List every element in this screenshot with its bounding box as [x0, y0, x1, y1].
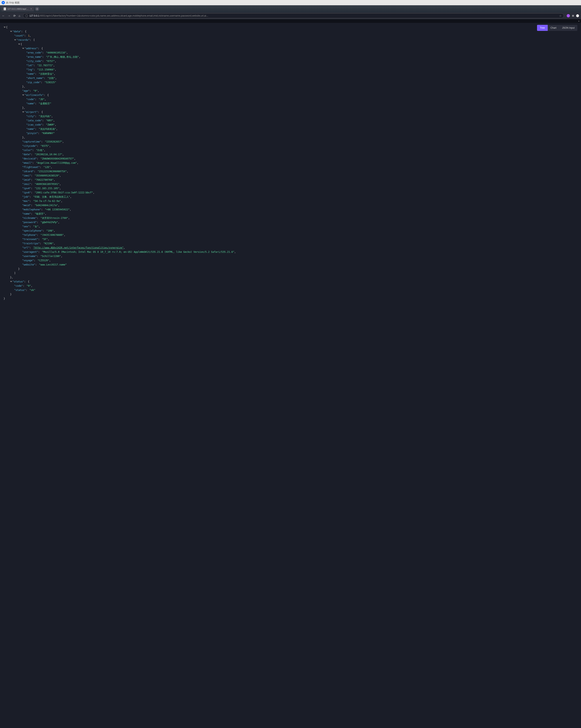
json-row[interactable]: "ipv6": "2001:cafe:3f86:5b1f:cca:3a0f:12…: [4, 190, 577, 195]
collapse-icon[interactable]: [22, 95, 24, 96]
home-icon[interactable]: ⌂: [19, 14, 20, 17]
json-row[interactable]: "date": "20190216,10:04:17",: [4, 152, 577, 157]
json-row[interactable]: "mac": "54-7a-cf-7a-62-9a",: [4, 199, 577, 203]
page-content: Tree Chart JSON Input { "data": { "count…: [0, 23, 581, 307]
bookmark-bar: »: [0, 19, 581, 23]
json-row[interactable]: "color": "白色",: [4, 148, 577, 152]
titlebar-text: 由 Xnip 截图: [6, 1, 20, 4]
json-row[interactable]: "website": "www.Levi0217.name": [4, 263, 577, 267]
json-row[interactable]: },: [4, 276, 577, 280]
reload-icon[interactable]: ⟳: [13, 14, 16, 17]
json-row[interactable]: "status": {: [4, 280, 577, 284]
json-row[interactable]: },: [4, 135, 577, 140]
json-row[interactable]: "meid": "bd424884c2417a",: [4, 203, 577, 208]
bookmark-icon[interactable]: ☆: [559, 14, 562, 17]
json-row[interactable]: "imid": "76622780768",: [4, 178, 577, 182]
browser-tab[interactable]: 127.0.0.1:8001/api/v1/fakerfac... ×: [2, 6, 34, 11]
json-row[interactable]: "iata_code": "KRY",: [4, 119, 577, 123]
json-row[interactable]: "flightseat": "12E",: [4, 165, 577, 170]
json-row[interactable]: "short_name": "古朗",: [4, 76, 577, 80]
json-row[interactable]: "imei": "355080952638529",: [4, 174, 577, 178]
new-tab-button[interactable]: +: [35, 7, 39, 11]
json-row[interactable]: "name": "金鹿航空": [4, 102, 577, 106]
json-row[interactable]: "url": "http://www.Abby1420.net/interfac…: [4, 246, 577, 250]
json-row[interactable]: "ipv4": "132.183.233.105",: [4, 186, 577, 190]
json-row[interactable]: "city": "克拉玛依",: [4, 114, 577, 119]
url-link[interactable]: "http://www.Abby1420.net/interfaces/func…: [33, 246, 124, 249]
toolbar: ← → ⟳ ⌂ i 127.0.0.1:8001/api/v1/fakerfac…: [0, 12, 581, 19]
json-row[interactable]: "count": 1,: [4, 34, 577, 38]
json-row[interactable]: }: [4, 267, 577, 271]
json-row[interactable]: "name": "古朗村委会",: [4, 72, 577, 76]
json-row[interactable]: "area_name": "广东,佛山,顺德,杏坛,古朗",: [4, 55, 577, 59]
json-row[interactable]: "lng": "113.158966",: [4, 68, 577, 72]
json-row[interactable]: "city_code": "0757",: [4, 59, 577, 63]
back-icon[interactable]: ←: [2, 14, 5, 17]
json-row[interactable]: "records": [: [4, 38, 577, 42]
collapse-icon[interactable]: [10, 281, 12, 282]
json-row[interactable]: "status": "ok": [4, 288, 577, 292]
json-tree: { "data": { "count": 1, "records": [ { "…: [4, 25, 577, 301]
tab-title: 127.0.0.1:8001/api/v1/fakerfac...: [7, 8, 29, 10]
forward-icon[interactable]: →: [8, 14, 10, 17]
toolbar-right: ❆: [567, 14, 579, 17]
extension-icon[interactable]: ❆: [572, 14, 574, 17]
json-row[interactable]: "trainseat": "5F",: [4, 237, 577, 241]
json-row[interactable]: "deviceid": "ZHAOWUXXX864209EA9757",: [4, 157, 577, 161]
json-row[interactable]: "age": "0",: [4, 89, 577, 93]
json-row[interactable]: "username": "Schiller2280",: [4, 254, 577, 258]
json-row[interactable]: "idcard": "23122319630608075X",: [4, 170, 577, 174]
url-text: 127.0.0.1:8001/api/v1/fakerfactory?numbe…: [29, 14, 558, 17]
json-row[interactable]: "lat": "22.783772",: [4, 63, 577, 68]
json-row[interactable]: "password": "g@eh%U2%Pp",: [4, 220, 577, 225]
json-row[interactable]: "code": "JD",: [4, 97, 577, 102]
json-row[interactable]: "airport": {: [4, 110, 577, 114]
json-row[interactable]: "mobilephone": "+86 13385945022",: [4, 208, 577, 212]
json-row[interactable]: "data": {: [4, 29, 577, 34]
json-row[interactable]: "telphone": "(0435)60678889",: [4, 233, 577, 237]
titlebar: ✕ 由 Xnip 截图: [0, 0, 581, 5]
collapse-icon[interactable]: [22, 111, 24, 113]
xnip-icon: ✕: [2, 1, 5, 4]
json-row[interactable]: },: [4, 85, 577, 89]
json-row[interactable]: "name": "喻湛芳",: [4, 212, 577, 216]
json-row[interactable]: {: [4, 42, 577, 47]
json-row[interactable]: },: [4, 106, 577, 110]
chevron-icon[interactable]: »: [577, 19, 581, 23]
json-row[interactable]: "imsi": "460036618970501",: [4, 182, 577, 186]
avatar[interactable]: [567, 14, 570, 17]
info-icon[interactable]: i: [25, 14, 28, 17]
json-row[interactable]: "airlineinfo": {: [4, 93, 577, 97]
json-row[interactable]: "code": "0",: [4, 284, 577, 288]
json-row[interactable]: "citycode": "0375",: [4, 144, 577, 148]
address-bar[interactable]: i 127.0.0.1:8001/api/v1/fakerfactory?num…: [23, 13, 564, 18]
collapse-icon[interactable]: [22, 48, 24, 49]
json-row[interactable]: {: [4, 25, 577, 29]
json-row[interactable]: "area_code": "440606105216",: [4, 51, 577, 55]
json-row[interactable]: "specialphone": "108",: [4, 229, 577, 233]
json-row[interactable]: "traintrips": "K2196",: [4, 241, 577, 246]
json-row[interactable]: "address": {: [4, 47, 577, 51]
json-row[interactable]: "useragent": "Mozilla/5.0 (Macintosh; In…: [4, 250, 577, 254]
json-row[interactable]: "voyage": "CZ5529",: [4, 258, 577, 263]
collapse-icon[interactable]: [10, 31, 12, 32]
collapse-icon[interactable]: [14, 40, 16, 41]
json-row[interactable]: "name": "克拉玛依机场",: [4, 127, 577, 131]
json-row[interactable]: "job": "印刷、文教、体育用品制造工人",: [4, 195, 577, 199]
json-row[interactable]: "email": "Angeline.Howell1199@qq.com",: [4, 161, 577, 165]
json-row[interactable]: "zip_code": "528325": [4, 80, 577, 85]
json-row[interactable]: ]: [4, 271, 577, 276]
page-icon: [4, 7, 6, 10]
json-row[interactable]: "pinyin": "KARAMAY": [4, 131, 577, 135]
close-icon[interactable]: ×: [30, 7, 32, 10]
json-row[interactable]: }: [4, 296, 577, 301]
collapse-icon[interactable]: [18, 44, 20, 45]
json-row[interactable]: "sex": "女",: [4, 225, 577, 229]
collapse-icon[interactable]: [4, 27, 6, 28]
circle-icon[interactable]: [576, 14, 579, 17]
tabstrip: 127.0.0.1:8001/api/v1/fakerfac... × +: [0, 5, 581, 12]
json-row[interactable]: "capturetime": "1550282657",: [4, 140, 577, 144]
json-row[interactable]: "nickname": "农芳荃Strosin-2760",: [4, 216, 577, 220]
json-row[interactable]: }: [4, 292, 577, 296]
json-row[interactable]: "icao_code": "ZWKM",: [4, 123, 577, 127]
